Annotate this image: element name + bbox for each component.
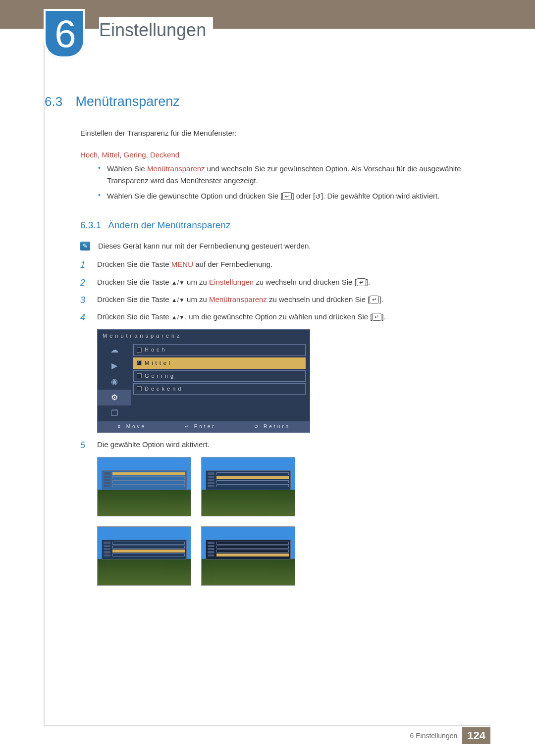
step-3: Drücken Sie die Taste ▲/▼ um zu Menütran… [80, 294, 490, 305]
separator: , [119, 151, 123, 159]
osd-option-label: Hoch [145, 346, 167, 354]
text: Enter [194, 424, 216, 429]
osd-option-label: Gering [145, 372, 176, 380]
return-icon: ↺ [315, 192, 321, 202]
section-number: 6.3 [45, 94, 62, 109]
note-icon: ✎ [80, 242, 90, 251]
bullet-item: Wählen Sie Menütransparenz und wechseln … [98, 163, 490, 186]
text: Wählen Sie [107, 164, 147, 173]
arrow-icons: ▲/▼ [171, 314, 185, 321]
enter-icon: ↵ [282, 192, 292, 200]
emphasis: Menütransparenz [147, 164, 205, 173]
bullet-item: Wählen Sie die gewünschte Option und drü… [98, 190, 490, 202]
option-mittel: Mittel [102, 151, 119, 159]
checkbox-icon [137, 386, 142, 391]
osd-option-deckend: Deckend [133, 383, 306, 395]
move-icon: ⇕ [117, 424, 123, 429]
footer-label: 6 Einstellungen [410, 732, 458, 740]
return-icon: ↺ [254, 424, 260, 429]
preview-thumbnails [97, 457, 490, 586]
option-hoch: Hoch [80, 151, 98, 159]
checkbox-icon [137, 373, 142, 378]
text: Drücken Sie die Taste [97, 260, 171, 268]
osd-sidebar: ☁ ▶ ◉ ⚙ ❐ [98, 342, 131, 421]
page-footer: 6 Einstellungen 124 [410, 727, 490, 744]
osd-tab-icon: ▶ [98, 358, 131, 374]
section-title: Menütransparenz [76, 94, 180, 109]
text: Drücken Sie die Taste [97, 278, 171, 286]
osd-footer-move: ⇕ Move [117, 423, 146, 431]
text: auf der Fernbedienung. [193, 260, 272, 268]
intro-text: Einstellen der Transparenz für die Menüf… [80, 127, 490, 139]
arrow-icons: ▲/▼ [171, 297, 185, 303]
osd-option-gering: Gering [133, 370, 306, 382]
options-list: Hoch, Mittel, Gering, Deckend [80, 151, 490, 159]
osd-tab-icon: ◉ [98, 374, 131, 390]
osd-option-label: Deckend [145, 385, 183, 393]
text: ]. [366, 278, 370, 286]
checkbox-icon [137, 348, 142, 353]
osd-footer-enter: ↵ Enter [185, 423, 216, 431]
checkbox-icon: ✓ [137, 360, 142, 365]
preview-thumb-hoch [97, 457, 191, 516]
text: Drücken Sie die Taste [97, 312, 171, 321]
text: ]. Die gewählte Option wird aktiviert. [321, 192, 439, 200]
osd-option-label: Mittel [145, 359, 172, 367]
text: Die gewählte Option wird aktiviert. [97, 440, 210, 449]
osd-footer: ⇕ Move ↵ Enter ↺ Return [98, 421, 310, 432]
step-4: Drücken Sie die Taste ▲/▼, um die gewüns… [80, 311, 490, 433]
step-2: Drücken Sie die Taste ▲/▼ um zu Einstell… [80, 276, 490, 288]
osd-tab-icon-settings: ⚙ [98, 390, 131, 405]
enter-icon: ↵ [357, 278, 366, 286]
osd-option-hoch: Hoch [133, 344, 306, 355]
text: ]. [379, 295, 383, 303]
enter-icon: ↵ [370, 296, 379, 303]
text: Move [126, 424, 146, 429]
text: ]. [381, 312, 385, 321]
note-text: Dieses Gerät kann nur mit der Fernbedien… [98, 242, 311, 250]
chapter-title: Einstellungen [99, 17, 213, 44]
subsection-title: Ändern der Menütransparenz [108, 220, 230, 230]
subsection-number: 6.3.1 [80, 220, 101, 230]
osd-option-list: Hoch ✓Mittel Gering Deckend [131, 342, 310, 421]
footer-rule [44, 725, 490, 726]
osd-tab-icon: ❐ [98, 405, 131, 421]
text: zu wechseln und drücken Sie [ [254, 278, 357, 286]
text: Drücken Sie die Taste [97, 295, 171, 303]
text: Return [264, 424, 290, 429]
osd-option-mittel-selected: ✓Mittel [133, 357, 306, 369]
emphasis: Einstellungen [209, 278, 254, 286]
osd-menu-screenshot: Menütransparenz ☁ ▶ ◉ ⚙ ❐ Hoch ✓Mittel G… [97, 329, 310, 433]
emphasis: Menütransparenz [209, 295, 267, 303]
step-5: Die gewählte Option wird aktiviert. [80, 439, 490, 586]
preview-thumb-gering [97, 526, 191, 586]
text: , um die gewünschte Option zu wählen und… [185, 312, 373, 321]
text: um zu [185, 295, 209, 303]
page-number: 124 [462, 727, 490, 744]
osd-footer-return: ↺ Return [254, 423, 290, 431]
option-deckend: Deckend [150, 151, 179, 159]
preview-thumb-mittel [201, 457, 295, 516]
option-gering: Gering [124, 151, 146, 159]
note-row: ✎ Dieses Gerät kann nur mit der Fernbedi… [80, 242, 490, 251]
step-1: Drücken Sie die Taste MENU auf der Fernb… [80, 258, 490, 270]
osd-title: Menütransparenz [98, 330, 310, 342]
arrow-icons: ▲/▼ [171, 279, 185, 286]
chapter-number-badge: 6 [44, 9, 85, 58]
section-heading: 6.3 Menütransparenz [45, 94, 490, 109]
text: um zu [185, 278, 209, 286]
emphasis: MENU [171, 260, 193, 268]
text: ] oder [ [292, 192, 315, 200]
text: zu wechseln und drücken Sie [ [267, 295, 370, 303]
enter-icon: ↵ [372, 313, 381, 321]
subsection-heading: 6.3.1Ändern der Menütransparenz [80, 220, 490, 231]
preview-thumb-deckend [201, 526, 295, 586]
text: Wählen Sie die gewünschte Option und drü… [107, 192, 282, 200]
osd-tab-icon: ☁ [98, 342, 131, 358]
enter-icon: ↵ [185, 424, 191, 429]
separator: , [146, 151, 150, 159]
